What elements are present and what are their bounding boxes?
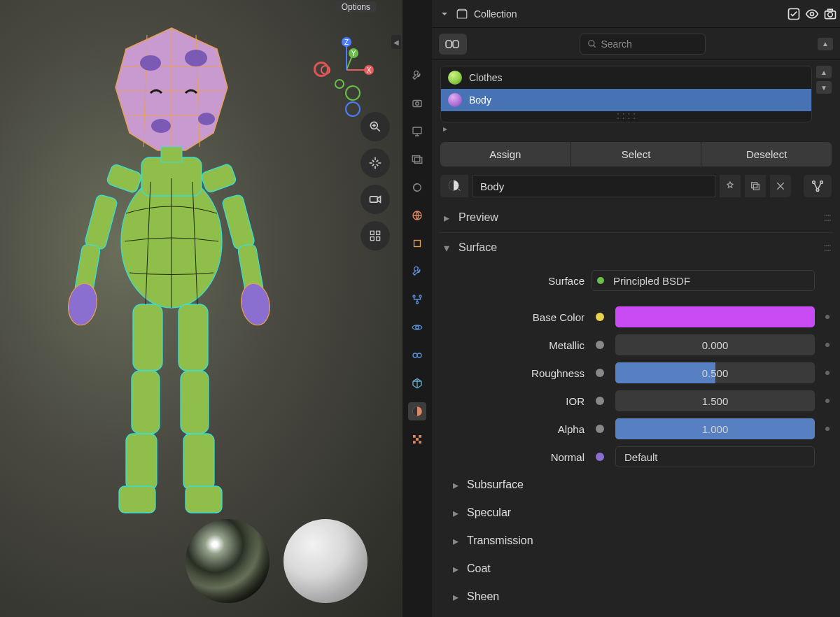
axis-neg-z-icon[interactable] [345,101,360,117]
modifier-tab[interactable] [408,262,426,281]
keyframe-pin[interactable] [822,371,833,375]
subpanel-title: Coat [467,562,491,575]
panel-grip-icon[interactable]: :::: [823,211,830,224]
svg-text:X: X [367,66,372,74]
svg-rect-30 [221,194,255,250]
material-name-input[interactable] [472,175,715,197]
tool-tab[interactable] [408,66,426,85]
panel-grip-icon[interactable]: :::: [823,241,830,254]
keyframe-pin[interactable] [822,343,833,347]
svg-rect-51 [414,157,422,163]
camera-icon[interactable] [823,7,837,21]
subpanel-title: Specular [467,506,511,519]
svg-text:Z: Z [344,38,349,46]
svg-rect-64 [419,435,421,438]
ior-slider[interactable]: 1.500 [615,390,815,411]
material-slot-body[interactable]: Body [441,89,811,111]
search-input[interactable]: Search [580,34,706,55]
panel-title: Surface [458,241,497,254]
data-tab[interactable] [408,374,426,392]
metallic-slider[interactable]: 0.000 [615,334,815,355]
expand-toggle-icon[interactable]: ▸ [443,124,447,134]
emission-subpanel[interactable]: ▸Emission [439,611,833,617]
perspective-toggle[interactable] [360,221,390,250]
svg-rect-54 [414,241,421,247]
material-browse-dropdown[interactable] [440,175,468,197]
socket-float-icon[interactable] [596,369,604,377]
svg-rect-29 [200,163,237,194]
viewlayer-tab[interactable] [408,150,426,169]
unlink-button[interactable] [770,175,791,197]
output-tab[interactable] [408,122,426,141]
deselect-button[interactable]: Deselect [701,142,832,166]
subsurface-subpanel[interactable]: ▸Subsurface [439,471,833,499]
constraint-tab[interactable] [408,346,426,364]
assign-button[interactable]: Assign [440,142,570,166]
eye-icon[interactable] [805,7,819,21]
keyframe-pin[interactable] [822,399,833,403]
select-button[interactable]: Select [571,142,701,166]
physics-tab[interactable] [408,318,426,336]
socket-float-icon[interactable] [596,341,604,349]
surface-panel-header[interactable]: ▾ Surface :::: [439,233,833,262]
socket-color-icon[interactable] [596,313,604,321]
texture-tab[interactable] [408,430,426,448]
socket-float-icon[interactable] [596,425,604,433]
chevron-down-icon[interactable] [439,8,450,20]
matcap-preview [186,519,368,603]
collapse-handle[interactable]: ◀ [391,35,401,49]
alpha-slider[interactable]: 1.000 [615,418,815,439]
node-link-dropdown[interactable] [804,175,832,197]
surface-shader-value: Principled BSDF [609,275,814,287]
fake-user-button[interactable] [720,175,741,197]
preview-panel-header[interactable]: ▸ Preview :::: [439,203,833,232]
world-tab[interactable] [408,206,426,225]
roughness-label: Roughness [439,367,584,379]
material-slot-clothes[interactable]: Clothes [441,66,811,89]
axis-gizmo[interactable]: X Y Z [318,35,374,91]
keyframe-pin[interactable] [822,427,833,431]
svg-rect-46 [161,147,182,162]
normal-dropdown[interactable]: Default [615,446,815,467]
camera-view-tool[interactable] [360,185,390,214]
slot-scroll-down[interactable]: ▼ [816,81,832,94]
object-tab[interactable] [408,234,426,253]
duplicate-button[interactable] [745,175,766,197]
slot-scroll-up[interactable]: ▲ [816,66,832,78]
material-tab[interactable] [408,402,426,420]
character-mesh[interactable] [49,10,287,570]
svg-rect-79 [753,184,759,190]
svg-rect-36 [178,304,208,371]
checkbox-icon[interactable] [787,7,801,21]
svg-rect-38 [183,434,214,490]
svg-rect-21 [377,231,380,234]
socket-vector-icon[interactable] [596,453,604,461]
zoom-tool[interactable] [360,112,390,141]
svg-rect-37 [181,371,209,434]
display-mode-dropdown[interactable] [439,34,467,55]
sheen-subpanel[interactable]: ▸Sheen [439,583,833,611]
particle-tab[interactable] [408,290,426,308]
options-dropdown[interactable]: Options [336,1,376,13]
surface-shader-dropdown[interactable]: Principled BSDF [592,270,815,291]
roughness-slider[interactable]: 0.500 [615,362,815,383]
scroll-up-button[interactable]: ▲ [818,38,833,50]
viewport-3d[interactable]: Options ◀ X Y Z [0,0,402,617]
list-drag-handle[interactable]: : : : : [441,109,811,122]
svg-line-3 [346,56,352,70]
specular-subpanel[interactable]: ▸Specular [439,499,833,527]
render-tab[interactable] [408,94,426,113]
coat-subpanel[interactable]: ▸Coat [439,555,833,583]
scene-tab[interactable] [408,178,426,197]
svg-rect-68 [457,10,467,18]
axis-neg-y-icon[interactable] [345,85,360,101]
svg-point-57 [416,302,419,304]
alpha-value: 1.000 [615,423,815,435]
transmission-subpanel[interactable]: ▸Transmission [439,527,833,555]
pan-tool[interactable] [360,148,390,178]
keyframe-pin[interactable] [822,315,833,319]
svg-rect-23 [377,237,380,241]
socket-float-icon[interactable] [596,397,604,405]
svg-point-43 [185,50,207,66]
base-color-swatch[interactable] [615,306,815,327]
